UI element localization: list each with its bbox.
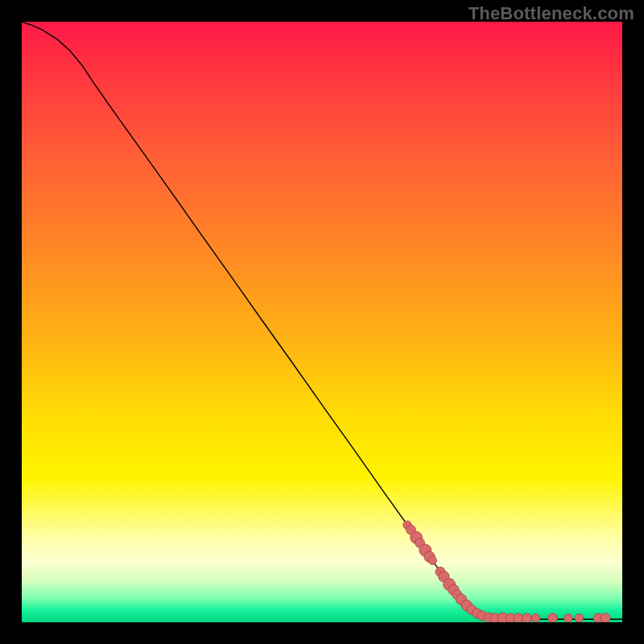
data-point [564,614,572,622]
data-point [531,614,539,622]
chart-plot-area [22,22,622,622]
main-curve [22,22,622,619]
data-point [601,613,610,622]
data-point [428,556,436,564]
watermark-text: TheBottleneck.com [469,3,634,24]
data-point [547,613,557,622]
data-point [575,614,583,622]
chart-svg-overlay [22,22,622,622]
data-points-group [403,521,610,622]
data-point [522,613,531,622]
